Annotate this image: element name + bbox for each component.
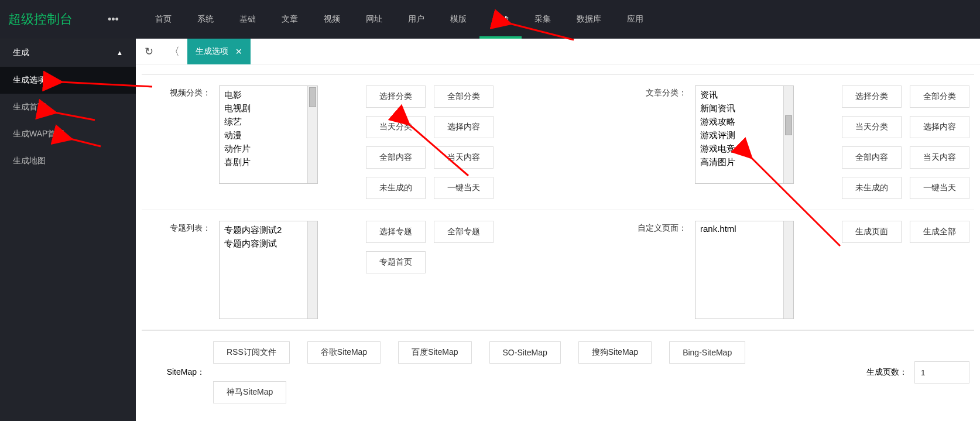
topnav-item[interactable]: 采集 <box>522 0 564 39</box>
action-button[interactable]: 生成全部 <box>910 221 969 243</box>
topnav-item[interactable]: 系统 <box>184 0 227 39</box>
caret-up-icon: ▲ <box>116 49 123 56</box>
action-button[interactable]: 未生成的 <box>366 177 426 199</box>
action-button[interactable]: 生成页面 <box>842 221 902 243</box>
topnav-item[interactable]: 基础 <box>227 0 269 39</box>
list-option[interactable]: 动漫 <box>220 129 317 142</box>
list-option[interactable]: 动作片 <box>220 142 317 156</box>
action-button[interactable]: 一键当天 <box>910 177 969 199</box>
list-option[interactable]: 专题内容测试2 <box>220 224 317 237</box>
action-button[interactable]: 全部内容 <box>842 146 902 169</box>
scrollbar[interactable] <box>307 221 317 319</box>
sidebar-item[interactable]: 生成选项 <box>0 67 136 94</box>
sidebar-group-label: 生成 <box>13 47 29 58</box>
action-button[interactable]: 当天内容 <box>434 146 494 169</box>
sidebar-item[interactable]: 生成WAP首页 <box>0 121 136 148</box>
action-button[interactable]: 选择内容 <box>910 116 969 138</box>
list-option[interactable]: 资讯 <box>695 88 793 102</box>
list-option[interactable]: 游戏评测 <box>695 129 793 142</box>
action-button[interactable]: 全部分类 <box>910 85 969 108</box>
article-category-list[interactable]: 资讯新闻资讯游戏攻略游戏评测游戏电竞高清图片 <box>695 86 793 183</box>
action-button[interactable]: 当天分类 <box>366 116 426 138</box>
sitemap-label: SiteMap： <box>146 367 205 378</box>
sitemap-button[interactable]: 百度SiteMap <box>398 341 471 364</box>
list-option[interactable]: 综艺 <box>220 115 317 129</box>
logo: 超级控制台 <box>8 11 73 28</box>
action-button[interactable]: 专题首页 <box>366 251 426 273</box>
list-option[interactable]: 喜剧片 <box>220 156 317 169</box>
video-category-list[interactable]: 电影电视剧综艺动漫动作片喜剧片 <box>220 86 317 183</box>
back-icon[interactable]: 〈 <box>162 39 187 64</box>
sidebar-item[interactable]: 生成首页 <box>0 94 136 121</box>
action-button[interactable]: 选择内容 <box>434 116 494 138</box>
refresh-icon[interactable]: ↻ <box>136 39 162 64</box>
action-button[interactable]: 当天分类 <box>842 116 902 138</box>
topnav-item[interactable]: 网址 <box>353 0 395 39</box>
action-button[interactable]: 未生成的 <box>842 177 902 199</box>
sitemap-button[interactable]: RSS订阅文件 <box>213 341 290 364</box>
action-button[interactable]: 当天内容 <box>910 146 969 169</box>
pages-input[interactable] <box>914 361 969 384</box>
sidebar-group[interactable]: 生成 ▲ <box>0 39 136 67</box>
sitemap-button[interactable]: SO-SiteMap <box>489 341 561 364</box>
scrollbar[interactable] <box>783 221 793 319</box>
action-button[interactable]: 选择专题 <box>366 221 426 243</box>
sitemap-button[interactable]: 谷歌SiteMap <box>307 341 381 364</box>
topnav-item[interactable]: 数据库 <box>564 0 614 39</box>
list-option[interactable]: 电影 <box>220 88 317 102</box>
list-option[interactable]: 新闻资讯 <box>695 102 793 115</box>
list-option[interactable]: 游戏电竞 <box>695 142 793 156</box>
list-option[interactable]: 电视剧 <box>220 102 317 115</box>
list-option[interactable]: 专题内容测试 <box>220 237 317 251</box>
list-option[interactable]: 游戏攻略 <box>695 115 793 129</box>
action-button[interactable]: 全部内容 <box>366 146 426 169</box>
tab-label: 生成选项 <box>196 46 228 57</box>
action-button[interactable]: 选择分类 <box>366 85 426 108</box>
action-button[interactable]: 一键当天 <box>434 177 494 199</box>
sitemap-button[interactable]: 搜狗SiteMap <box>578 341 652 364</box>
topnav-item[interactable]: 用户 <box>395 0 437 39</box>
topnav-item[interactable]: 应用 <box>614 0 656 39</box>
custom-page-label: 自定义页面： <box>622 221 687 234</box>
sitemap-button[interactable]: Bing-SiteMap <box>669 341 745 364</box>
close-icon[interactable]: ✕ <box>235 47 242 56</box>
action-button[interactable]: 全部分类 <box>434 85 494 108</box>
topnav-item[interactable]: 视频 <box>311 0 353 39</box>
scrollbar[interactable] <box>783 86 793 183</box>
article-category-label: 文章分类： <box>622 85 687 98</box>
list-option[interactable]: 高清图片 <box>695 156 793 169</box>
action-button[interactable]: 选择分类 <box>842 85 902 108</box>
action-button[interactable]: 全部专题 <box>434 221 494 243</box>
sitemap-button[interactable]: 神马SiteMap <box>213 381 286 403</box>
topnav-item[interactable]: 首页 <box>142 0 184 39</box>
tab-generate-options[interactable]: 生成选项 ✕ <box>187 39 251 64</box>
topnav-item[interactable]: 文章 <box>269 0 311 39</box>
topic-list-label: 专题列表： <box>146 221 211 234</box>
sidebar-item[interactable]: 生成地图 <box>0 148 136 174</box>
video-category-label: 视频分类： <box>146 85 211 98</box>
scrollbar[interactable] <box>307 86 317 183</box>
custom-page-input[interactable] <box>695 221 793 319</box>
topic-list[interactable]: 专题内容测试2专题内容测试 <box>220 221 317 321</box>
topnav-item[interactable]: 生成 <box>479 0 522 39</box>
pages-label: 生成页数： <box>866 367 907 378</box>
more-icon[interactable]: ••• <box>108 13 119 26</box>
topnav-item[interactable]: 模版 <box>437 0 479 39</box>
